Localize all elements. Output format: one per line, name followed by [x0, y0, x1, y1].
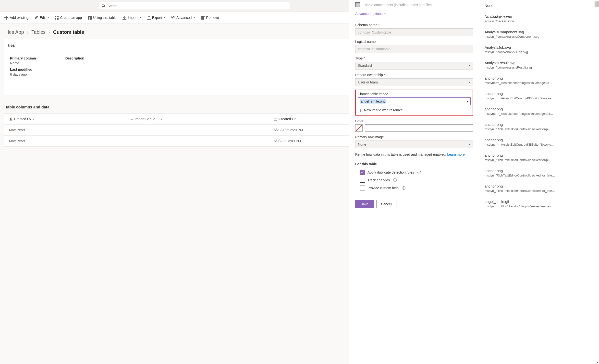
type-select[interactable]: Standard▾: [355, 62, 473, 70]
dropdown-item-sub: msdyncrm_/AssistEditControl/KBEditor/lib…: [485, 96, 594, 100]
import-icon: [122, 16, 126, 20]
last-modified-value: 6 days ago: [10, 72, 36, 76]
schema-name-input: [355, 28, 473, 36]
dropdown-item-name: anchor.png: [485, 138, 594, 142]
add-existing-button[interactable]: Add existing: [2, 13, 31, 22]
import-button[interactable]: Import▾: [120, 13, 143, 22]
primary-row-image-select[interactable]: None▾: [355, 141, 473, 147]
primary-column-label: Primary column: [10, 56, 36, 60]
create-app-button[interactable]: Create an app: [52, 13, 84, 22]
advanced-options-toggle[interactable]: Advanced options: [355, 10, 473, 20]
description-label: Description: [65, 56, 84, 60]
record-ownership-label: Record ownership *: [355, 73, 473, 77]
trash-icon: [201, 16, 205, 20]
new-image-resource-link[interactable]: New image web resource: [358, 105, 471, 113]
export-icon: [147, 16, 151, 20]
chevron-down-icon: ▾: [466, 99, 468, 103]
plus-icon: [359, 108, 362, 112]
table-cell: [125, 136, 269, 147]
dropdown-item[interactable]: AnalysisResult.svgmsdyn_/Icons/AnalysisR…: [479, 57, 599, 73]
pencil-icon: [34, 16, 38, 20]
chevron-down-icon: ▾: [469, 143, 470, 146]
scrollbar-thumb[interactable]: [595, 1, 599, 7]
image-dropdown-list[interactable]: NoneNo display nameaccessChecker_iconAna…: [479, 0, 599, 147]
record-ownership-select[interactable]: User or team▾: [355, 78, 473, 86]
dropdown-item-name: AnalysisComponent.svg: [485, 30, 594, 34]
color-label: Color: [355, 119, 473, 123]
dropdown-item-sub: msdyncrm_/libs/ckeditor/plugins/link/ima…: [485, 112, 594, 116]
table-cell: Matt Peart: [4, 136, 125, 147]
choose-image-label: Choose table image: [358, 92, 471, 96]
dropdown-item[interactable]: anchor.pngmsdyn_/RichTextEditorControl/l…: [479, 119, 599, 134]
schema-name-label: Schema name *: [355, 23, 473, 27]
enable-attachments-checkbox: [355, 2, 360, 7]
chevron-down-icon: ▾: [164, 16, 165, 19]
calendar-icon: [274, 117, 277, 121]
col-import-seq[interactable]: 123Import Seque… ▾: [125, 114, 269, 125]
breadcrumb-tables[interactable]: Tables: [31, 29, 46, 35]
card-title: ties: [8, 43, 15, 48]
dropdown-item-sub: msdyn_/Icons/AnalysisJob.svg: [485, 50, 594, 54]
number-icon: 123: [130, 117, 133, 121]
enable-attachments-row: Enable attachments (including notes and …: [355, 0, 473, 10]
dropdown-item-name: anchor.png: [485, 107, 594, 111]
dropdown-item-name: anchor.png: [485, 122, 594, 127]
plus-icon: [4, 16, 8, 20]
dropdown-item-sub: msdyn_/RichTextEditorControl/libs/ckedit…: [485, 127, 594, 131]
choose-image-section: Choose table image angel_smile.png ▾ New…: [355, 90, 473, 116]
remove-button[interactable]: Remove: [198, 13, 221, 22]
chevron-down-icon: ▾: [194, 16, 195, 19]
chevron-up-icon: [384, 12, 387, 15]
logical-name-input: [355, 45, 473, 53]
breadcrumb-sep: ›: [27, 29, 29, 35]
chevron-down-icon: ▾: [48, 16, 49, 19]
logical-name-label: Logical name: [355, 40, 473, 44]
dropdown-item[interactable]: No display nameaccessChecker_icon: [479, 11, 599, 26]
table-cell: [125, 125, 269, 136]
last-modified-label: Last modified: [10, 68, 36, 71]
svg-text:123: 123: [130, 118, 133, 120]
type-label: Type *: [355, 56, 473, 60]
chevron-down-icon: ▾: [140, 16, 141, 19]
dropdown-item[interactable]: anchor.pngmsdyncrm_/libs/ckeditor/plugin…: [479, 104, 599, 119]
dropdown-item-name: No display name: [485, 14, 594, 19]
svg-rect-8: [274, 118, 277, 121]
dropdown-item[interactable]: None: [479, 0, 599, 11]
choose-image-combo[interactable]: angel_smile.png ▾: [358, 97, 471, 105]
export-button[interactable]: Export▾: [144, 13, 168, 22]
dropdown-item-sub: msdyn_/Icons/AnalysisResult.svg: [485, 66, 594, 69]
search-icon: [102, 4, 106, 8]
dropdown-item-sub: accessChecker_icon: [485, 19, 594, 23]
color-input[interactable]: [365, 124, 473, 132]
dropdown-item-sub: msdyn_/Icons/AnalysisComponent.svg: [485, 35, 594, 38]
breadcrumb-app[interactable]: les App: [8, 29, 24, 35]
primary-row-image-label: Primary row image: [355, 135, 473, 139]
breadcrumb-sep: ›: [49, 29, 50, 35]
dropdown-item-name: None: [485, 3, 594, 8]
dropdown-item-sub: msdyncrm_/libs/ckeditor/plugins/link/ima…: [485, 81, 594, 85]
dropdown-item-name: AnalysisJob.svg: [485, 45, 594, 49]
using-table-button[interactable]: Using this table: [85, 13, 119, 22]
table-icon: [88, 16, 92, 20]
dropdown-item[interactable]: anchor.pngmsdyncrm_/AssistEditControl/KB…: [479, 134, 599, 147]
edit-button[interactable]: Edit▾: [32, 13, 51, 22]
dropdown-item[interactable]: anchor.pngmsdyncrm_/libs/ckeditor/plugin…: [479, 73, 599, 88]
dropdown-item-name: anchor.png: [485, 76, 594, 80]
breadcrumb-current: Custom table: [53, 29, 84, 35]
dropdown-item[interactable]: AnalysisJob.svgmsdyn_/Icons/AnalysisJob.…: [479, 42, 599, 57]
dropdown-item-sub: msdyncrm_/AssistEditControl/KBEditor/lib…: [485, 143, 594, 146]
svg-point-5: [10, 118, 11, 119]
advanced-button[interactable]: Advanced▾: [169, 13, 197, 22]
person-icon: [9, 117, 12, 121]
dropdown-item[interactable]: AnalysisComponent.svgmsdyn_/Icons/Analys…: [479, 26, 599, 42]
col-created-by[interactable]: Created By ▾: [4, 114, 125, 125]
color-swatch[interactable]: [355, 124, 363, 132]
search-input[interactable]: Search: [99, 2, 290, 10]
primary-column-value: Name: [10, 61, 36, 65]
dropdown-item-name: anchor.png: [485, 92, 594, 96]
dropdown-item[interactable]: anchor.pngmsdyncrm_/AssistEditControl/KB…: [479, 88, 599, 104]
chevron-down-icon: ▾: [469, 81, 470, 84]
table-cell: Matt Peart: [4, 125, 125, 136]
dropdown-item-name: AnalysisResult.svg: [485, 61, 594, 65]
search-placeholder: Search: [108, 4, 118, 8]
